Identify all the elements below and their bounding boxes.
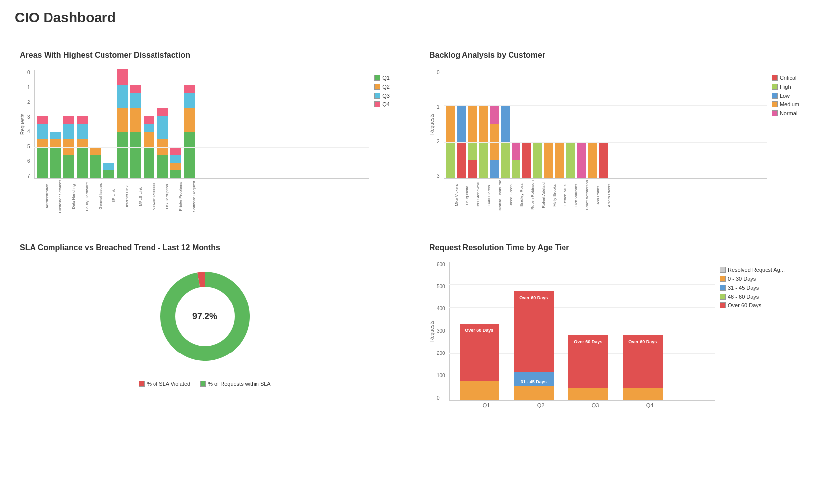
x-axis-label: Printer Problems — [178, 180, 189, 213]
bar-segment — [37, 124, 48, 139]
bar-group — [457, 105, 466, 178]
bar-segment — [77, 147, 88, 178]
legend-label: High — [780, 84, 791, 90]
legend-label: Q4 — [382, 101, 390, 107]
x-axis-label: Molly Brooks — [552, 180, 561, 211]
bar-segment — [157, 108, 168, 116]
bar-segment — [63, 139, 74, 154]
bar-annotation: Over 60 Days — [519, 295, 548, 300]
sla-pie-wrapper: 97.2% — [151, 262, 259, 371]
bar-annotation: Over 60 Days — [628, 339, 657, 344]
legend-label: 0 - 30 Days — [728, 276, 756, 282]
x-axis-label: Terri Stonewall — [476, 180, 485, 211]
x-axis-label: Mike Vickers — [454, 180, 463, 211]
bar-group — [588, 142, 597, 178]
legend-label: Critical — [780, 75, 797, 81]
x-axis-label: Ann Palms — [596, 180, 605, 211]
legend-label: Q1 — [382, 75, 390, 81]
legend-label: Normal — [780, 110, 797, 116]
legend-label: Q2 — [382, 84, 390, 90]
legend-color — [772, 110, 778, 116]
bar-group: Over 60 Days — [460, 324, 499, 400]
sla-legend-violated: % of SLA Violated — [139, 381, 190, 387]
legend-item: Over 60 Days — [720, 302, 799, 308]
x-axis-label: Q1 — [466, 403, 506, 408]
bar-group — [490, 105, 499, 178]
bar-segment — [117, 85, 128, 108]
legend-label: Q3 — [382, 93, 390, 99]
sla-chart-section: SLA Compliance vs Breached Trend - Last … — [15, 238, 395, 413]
bar-segment — [184, 85, 195, 93]
legend-label: 31 - 45 Days — [728, 285, 759, 291]
bar-group — [555, 142, 564, 178]
sla-pie-container: 97.2% % of SLA Violated % of Requests wi… — [20, 262, 390, 387]
bar-group — [157, 108, 168, 178]
bar-group: Over 60 Days — [568, 335, 608, 400]
resolution-chart-main: Requests 0 100 200 300 400 500 600 — [429, 262, 715, 408]
backlog-chart-section: Backlog Analysis by Customer Requests 3 … — [424, 46, 804, 218]
legend-color — [374, 75, 380, 81]
legend-label: Over 60 Days — [728, 302, 761, 308]
bar-segment — [63, 116, 74, 124]
bar-group — [184, 85, 195, 178]
backlog-chart-with-legend: Requests 3 2 1 0 — [429, 70, 799, 211]
bar-annotation-mid: 31 - 45 Days — [521, 379, 547, 384]
bar-segment — [103, 170, 114, 178]
legend-color — [374, 101, 380, 107]
bar-segment — [512, 160, 520, 178]
legend-item: Normal — [772, 110, 799, 116]
x-axis-label: Ruben Robinson — [530, 180, 539, 211]
bar-segment — [144, 124, 154, 132]
x-axis-label: Data Handling — [71, 180, 82, 213]
dissatisfaction-legend: Q1Q2Q3Q4 — [374, 70, 390, 213]
legend-color — [720, 294, 726, 300]
stacked-bar: Over 60 Days — [623, 335, 663, 400]
bar-segment — [130, 93, 141, 108]
resolution-y-label: Requests — [429, 262, 435, 401]
x-axis-label: Q2 — [521, 403, 561, 408]
bar-segment — [460, 381, 499, 400]
bar-segment — [63, 124, 74, 139]
x-axis-label: Customer Services — [58, 180, 69, 213]
sla-violated-color — [139, 381, 145, 387]
x-axis-label: Faulty Hardware — [85, 180, 96, 213]
legend-color — [772, 75, 778, 81]
dissatisfaction-title: Areas With Highest Customer Dissatisfact… — [20, 51, 390, 60]
dissatisfaction-chart-main: Requests 7 6 5 4 3 2 1 0 — [20, 70, 369, 213]
bar-segment — [184, 108, 195, 132]
legend-item: High — [772, 84, 799, 90]
resolution-title: Request Resolution Time by Age Tier — [429, 243, 799, 252]
bar-group — [544, 142, 553, 178]
bar-segment — [468, 160, 477, 178]
bar-segment — [568, 388, 608, 400]
x-axis-label: OS Corruption — [165, 180, 176, 213]
x-axis-label: Robert Adelaid — [541, 180, 550, 211]
backlog-title: Backlog Analysis by Customer — [429, 51, 799, 60]
backlog-chart-main: Requests 3 2 1 0 — [429, 70, 767, 211]
bar-group — [577, 142, 586, 178]
backlog-y-axis: 3 2 1 0 — [437, 70, 440, 179]
bar-group — [144, 116, 154, 178]
x-axis-label: General Issues — [98, 180, 109, 213]
legend-item: Q1 — [374, 75, 390, 81]
bar-segment — [144, 132, 154, 147]
bar-segment — [577, 142, 586, 178]
legend-item: Critical — [772, 75, 799, 81]
dissatisfaction-y-label: Requests — [20, 70, 25, 179]
sla-title: SLA Compliance vs Breached Trend - Last … — [20, 243, 390, 252]
legend-label: Low — [780, 93, 790, 99]
bar-segment — [599, 142, 608, 178]
bar-segment — [77, 124, 88, 139]
bar-segment — [157, 139, 168, 154]
bar-segment — [566, 142, 575, 178]
bar-segment — [130, 108, 141, 132]
dashboard-grid: Areas With Highest Customer Dissatisfact… — [15, 46, 804, 413]
bar-segment — [533, 142, 542, 178]
bar-group — [566, 142, 575, 178]
legend-item: 31 - 45 Days — [720, 285, 799, 291]
bar-segment — [170, 170, 181, 178]
bar-segment: Over 60 Days — [568, 335, 608, 388]
sla-legend: % of SLA Violated % of Requests within S… — [139, 381, 270, 387]
x-axis-label: Martha Fishburne — [498, 180, 507, 211]
legend-color — [772, 93, 778, 99]
